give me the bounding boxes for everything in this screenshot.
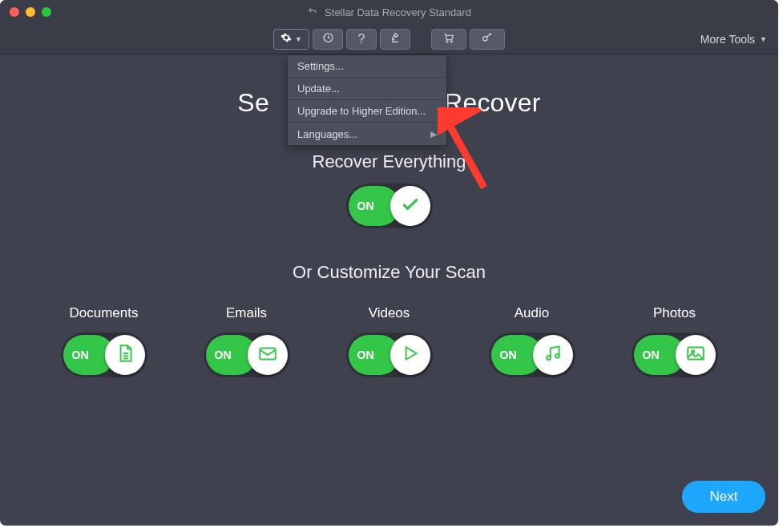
category-audio: Audio ON xyxy=(489,305,575,377)
toggle-on-label: ON xyxy=(215,349,232,361)
svg-point-8 xyxy=(555,354,559,358)
category-label: Videos xyxy=(369,305,410,321)
dd-label: Upgrade to Higher Edition... xyxy=(297,105,426,117)
svg-rect-6 xyxy=(260,349,276,360)
dd-label: Update... xyxy=(297,83,340,95)
toggle-on-label: ON xyxy=(357,349,374,361)
svg-point-2 xyxy=(446,40,448,42)
settings-menu-button[interactable]: ▼ xyxy=(273,29,309,50)
toggle-on-label: ON xyxy=(72,349,89,361)
help-button[interactable]: ? xyxy=(346,29,377,50)
category-label: Emails xyxy=(226,305,267,321)
videos-toggle[interactable]: ON xyxy=(346,332,433,377)
app-window: Stellar Data Recovery Standard ▼ ? xyxy=(0,0,778,526)
music-icon xyxy=(543,343,563,367)
chevron-right-icon: ▶ xyxy=(430,129,437,139)
gear-icon xyxy=(281,32,292,46)
dropdown-item-settings[interactable]: Settings... xyxy=(288,55,446,78)
photos-toggle[interactable]: ON xyxy=(632,332,718,377)
svg-point-7 xyxy=(547,356,551,360)
minimize-window-button[interactable] xyxy=(26,7,35,17)
photo-icon xyxy=(685,343,706,367)
dropdown-item-update[interactable]: Update... xyxy=(288,78,446,100)
dd-label: Languages... xyxy=(297,128,357,140)
chevron-down-icon: ▼ xyxy=(760,35,767,43)
toggle-knob xyxy=(676,335,716,375)
category-emails: Emails ON xyxy=(204,305,290,377)
category-photos: Photos ON xyxy=(632,305,718,377)
heading-left: Se xyxy=(237,88,269,117)
toggle-knob xyxy=(390,186,430,226)
titlebar: Stellar Data Recovery Standard xyxy=(0,0,778,24)
audio-toggle[interactable]: ON xyxy=(489,332,575,377)
documents-toggle[interactable]: ON xyxy=(61,332,147,377)
more-tools-label: More Tools xyxy=(700,33,755,46)
email-icon xyxy=(257,343,278,367)
category-videos: Videos ON xyxy=(346,305,433,377)
close-window-button[interactable] xyxy=(10,7,19,17)
toggle-on-label: ON xyxy=(500,349,517,361)
category-label: Photos xyxy=(653,305,696,321)
more-tools-button[interactable]: More Tools ▼ xyxy=(700,24,767,54)
dd-label: Settings... xyxy=(297,60,344,72)
app-title-text: Stellar Data Recovery Standard xyxy=(325,6,471,18)
toolbar: ▼ ? xyxy=(0,24,778,54)
undo-icon xyxy=(307,6,318,19)
fullscreen-window-button[interactable] xyxy=(42,7,51,17)
document-icon xyxy=(115,343,135,367)
category-documents: Documents ON xyxy=(61,305,147,377)
key-icon xyxy=(481,31,494,47)
toggle-knob xyxy=(533,335,573,375)
cart-icon xyxy=(442,31,455,47)
category-label: Audio xyxy=(515,305,549,321)
emails-toggle[interactable]: ON xyxy=(204,332,290,377)
toggle-knob xyxy=(248,335,288,375)
dropdown-item-languages[interactable]: Languages... ▶ xyxy=(288,123,446,145)
cart-button[interactable] xyxy=(431,29,466,50)
svg-point-1 xyxy=(393,38,394,39)
recover-everything-label: Recover Everything xyxy=(313,151,466,172)
window-controls xyxy=(0,7,51,17)
toolbar-group: ▼ ? xyxy=(273,29,505,50)
activation-button[interactable] xyxy=(470,29,505,50)
recover-everything-toggle[interactable]: ON xyxy=(346,183,433,228)
toggle-knob xyxy=(390,335,430,375)
dropdown-item-upgrade[interactable]: Upgrade to Higher Edition... xyxy=(288,100,446,123)
chevron-down-icon: ▼ xyxy=(295,35,302,43)
category-label: Documents xyxy=(70,305,139,321)
toggle-knob xyxy=(105,335,145,375)
svg-point-4 xyxy=(483,36,487,40)
check-icon xyxy=(400,194,421,218)
window-title: Stellar Data Recovery Standard xyxy=(0,6,778,19)
heading-right: Recover xyxy=(444,88,541,117)
lab-button[interactable] xyxy=(380,29,410,50)
history-button[interactable] xyxy=(313,29,343,50)
customize-scan-label: Or Customize Your Scan xyxy=(293,262,486,283)
next-button[interactable]: Next xyxy=(682,481,765,513)
svg-point-3 xyxy=(450,40,452,42)
category-row: Documents ON Emails ON xyxy=(61,305,718,377)
question-icon: ? xyxy=(358,32,365,46)
settings-dropdown: Settings... Update... Upgrade to Higher … xyxy=(287,54,447,146)
microscope-icon xyxy=(389,31,402,47)
toggle-on-label: ON xyxy=(357,200,374,212)
history-icon xyxy=(321,31,334,47)
toggle-on-label: ON xyxy=(643,349,660,361)
play-icon xyxy=(400,343,421,367)
